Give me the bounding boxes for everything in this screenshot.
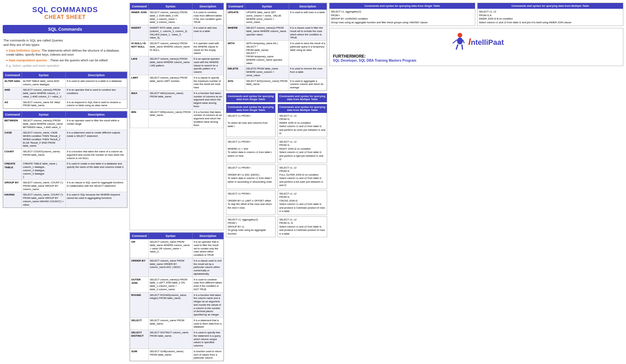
table-row-desc: It is used to add new rows to a table: [193, 25, 224, 41]
logo-name: ntelliPaat: [471, 38, 504, 47]
table2-container: Command Syntax Description BETWEENSELECT…: [3, 111, 127, 208]
svg-line-3: [462, 44, 463, 50]
single-table-header-label: Commands and syntax for querying data fr…: [226, 93, 275, 102]
table-row-cmd: GROUP BY: [3, 180, 22, 192]
table4-header-desc: Description: [193, 233, 224, 239]
table4-header-cmd: Command: [130, 233, 149, 239]
query-multiple-box: SELECT c1, c2 FROM t1 FULL OUTER JOIN t2…: [278, 164, 327, 189]
top-single-box: Commands and syntax for querying data fr…: [329, 3, 475, 26]
query-multiple-body: SELECT c1, c2 FROM t1 RIGHT JOIN t2 on c…: [278, 139, 327, 163]
table-row-syn: SELECT SUM(column_name) FROM table_name;: [149, 348, 193, 361]
title-box: SQL COMMANDS CHEAT SHEET: [3, 3, 127, 22]
table-row-desc: It is an clause in SQL used for aggregat…: [66, 180, 127, 192]
table-row-cmd: WITH: [227, 41, 245, 66]
top-single-body: SELECT c1, aggregate(c2) FROM t GROUP BY…: [330, 9, 475, 26]
query-single-box: SELECT c1 FROM t WHERE c1 = 'test' To se…: [226, 139, 276, 163]
table-row-desc: It is operator used with the WHERE claus…: [193, 41, 224, 56]
table-row-syn: UPDATE table_name SET some_column = some…: [245, 10, 289, 25]
table3-header-desc: Description: [193, 3, 224, 10]
table-row-cmd: UPDATE: [227, 10, 245, 25]
table-row-desc: It is a function that takes the name of …: [66, 149, 127, 161]
furthermore-block: FURTHERMORE: SQL Developer, SQL DBA Trai…: [333, 54, 620, 62]
table-row-syn: SELECT MAX(column_name) FROM table_name;: [149, 90, 193, 109]
logo-brand: I ntelliPaat: [468, 36, 504, 47]
query-single-header: Commands and syntax for querying data fr…: [226, 104, 275, 113]
table-row-desc: It is a clause used to filter the result…: [289, 25, 327, 41]
table-row-syn: SELECT COUNT(column_name) FROM table_nam…: [22, 149, 66, 161]
query-multiple-box: SELECT c1, c2 FROM t1, t2 Select column …: [278, 216, 327, 238]
table-row-cmd: MAX: [130, 90, 149, 109]
table-row-syn: SELECT column_name(s) FROM table_name WH…: [245, 25, 289, 41]
query-single-body: SELECT c1, aggregate(c2) FROM t GROUP BY…: [226, 217, 275, 237]
table-row-cmd: INSERT: [130, 25, 149, 41]
table-row-desc: It is a function that takes number of co…: [193, 90, 224, 109]
table-row-syn: SELECT column_name(s) FROM table_1 JOIN …: [149, 10, 193, 25]
table-row-cmd: COUNT: [3, 149, 22, 161]
table-row-desc: It is sued to combine rows from differen…: [193, 277, 224, 292]
table-row-cmd: ORDER BY: [130, 258, 149, 277]
table-row-desc: It is a statement that is used to fetch …: [193, 317, 224, 330]
table-row-syn: WITH temporary_name AS ( SELECT * FROM t…: [245, 41, 289, 66]
table1: Command Syntax Description ALTER tableAL…: [3, 72, 127, 109]
mid-left-panel: Command Syntax Description INNER JOINSEL…: [130, 3, 224, 361]
top-query-pair: Commands and syntax for querying data fr…: [329, 3, 623, 26]
table-row-cmd: ALTER table: [3, 78, 22, 87]
svg-line-5: [463, 40, 464, 43]
table-row-cmd: ROUND: [130, 292, 149, 317]
table-row-desc: It is used to remove the rows from a tab…: [289, 66, 327, 78]
table-row-syn: SELECT column_name, COUNT (*) FROM table…: [22, 180, 66, 192]
query-sections-right: [329, 68, 623, 361]
table-row-syn: SELECT column_name FROM table_name;: [149, 317, 193, 330]
top-multiple-box: Commands and syntax for querying data fr…: [477, 3, 623, 26]
query-single-body: SELECT c1 FROM t WHERE c1 = 'test' To se…: [226, 139, 275, 159]
query-pair: SELECT c1, aggregate(c2) FROM t GROUP BY…: [226, 216, 327, 238]
query-single-body: SELECT c1 FROM t To select all rows and …: [226, 113, 275, 130]
top-multiple-header: Commands and syntax for querying data fr…: [478, 3, 623, 9]
table1-container: Command Syntax Description ALTER tableAL…: [3, 71, 127, 109]
table-row-cmd: LIKE: [130, 56, 149, 75]
table-row-syn: SELECT DISTINCT column_name FROM table_n…: [149, 330, 193, 349]
table-row-syn: SELECT column_name FROM table_name ORDER…: [149, 258, 193, 277]
table3-header-cmd: Command: [130, 3, 149, 10]
table-row-desc: It is used in SQL because the WHERE keyw…: [66, 192, 127, 208]
table-row-cmd: SELECT DISTINCT: [130, 330, 149, 349]
query-single-box: SELECT c1, aggregate(c2) FROM t GROUP BY…: [226, 216, 276, 238]
query-section-multiple-header: Commands and syntax for querying data fr…: [278, 93, 327, 102]
table-row-cmd: SELECT: [130, 317, 149, 330]
page: SQL COMMANDS CHEAT SHEET SQL Commands Th…: [0, 0, 626, 364]
table-row-syn: DELETE FROM table_name WHERE some_column…: [245, 66, 289, 78]
table-row-syn: SELECT ROUND(column_name, integer) FROM …: [149, 292, 193, 317]
table-row-syn: SELECT AVG(column_name) FROM table_name;: [245, 78, 289, 90]
sql-commands-badge: SQL Commands: [3, 25, 127, 33]
table-row-desc: It is used to store the result of a part…: [289, 41, 327, 66]
table-row-desc: It is an keyword in SQL that is used to …: [66, 99, 127, 109]
query-multiple-box: SELECT c1, c2 FROM t1 CROSS JOIN t2 Sele…: [278, 190, 327, 215]
query-single-box: SELECT c1 FROM t ORDER BY c1 ASC (DESC) …: [226, 164, 276, 189]
left-panel: SQL COMMANDS CHEAT SHEET SQL Commands Th…: [3, 3, 127, 361]
bullet-label-dmq: ● Data manipulation queries:: [6, 59, 48, 62]
table-row-syn: SELECT column_name, COUNT (*) FROM table…: [22, 192, 66, 208]
query-header-row: Commands and syntax for querying data fr…: [226, 93, 327, 102]
query-single-box: SELECT c1 FROM t ORDER BY c1 LIMIT n OFF…: [226, 190, 276, 215]
query-multiple-box: Commands and syntax for querying data fr…: [278, 104, 327, 137]
bullet-text-dmq: : These are the queries which can be edi…: [49, 59, 108, 62]
query-single-body: SELECT c1 FROM t ORDER BY c1 LIMIT n OFF…: [226, 191, 275, 211]
query-pair: SELECT c1 FROM t ORDER BY c1 ASC (DESC) …: [226, 164, 327, 189]
table-row-syn: SELECT column_name(s) FROM table_name WH…: [22, 87, 66, 99]
table5: Command Syntax Description UPDATEUPDATE …: [226, 3, 327, 91]
table-row-desc: It is a function that takes number of co…: [193, 109, 224, 128]
table-row-desc: It is used to edit rows in a table: [289, 10, 327, 25]
title-sql: SQL COMMANDS: [4, 5, 126, 14]
query-multiple-body: SELECT c1, c2 FROM t1, t2 Select column …: [278, 217, 327, 237]
multiple-table-header-label: Commands and syntax for querying data fr…: [278, 93, 327, 102]
logo-i: I: [468, 36, 471, 47]
person-icon: [449, 32, 465, 52]
table-row-cmd: IS NULL/ IS NOT NULL: [130, 41, 149, 56]
svg-point-1: [457, 37, 463, 44]
table-row-desc: It is an special operator used with the …: [193, 56, 224, 75]
svg-point-0: [458, 33, 462, 37]
query-multiple-header: Commands and syntax for querying data fr…: [278, 104, 327, 113]
eg-text: E.g: Select, update and insert operation: [6, 64, 127, 68]
table4-container: Command Syntax Description ORSELECT colu…: [130, 232, 224, 361]
table-row-cmd: MIN: [130, 109, 149, 128]
